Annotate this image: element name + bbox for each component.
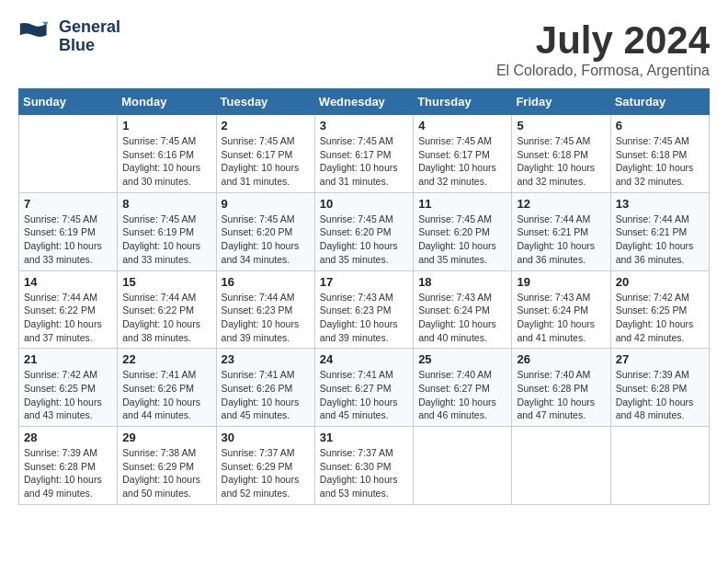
day-info: Sunrise: 7:45 AM Sunset: 6:19 PM Dayligh… (122, 213, 210, 267)
day-number: 6 (616, 119, 704, 132)
day-info: Sunrise: 7:40 AM Sunset: 6:28 PM Dayligh… (517, 368, 605, 422)
day-number: 31 (320, 431, 408, 444)
calendar-day-header-wednesday: Wednesday (314, 89, 413, 115)
page-header: General Blue July 2024 El Colorado, Form… (18, 18, 710, 79)
day-info: Sunrise: 7:43 AM Sunset: 6:24 PM Dayligh… (517, 291, 605, 345)
day-info: Sunrise: 7:39 AM Sunset: 6:28 PM Dayligh… (24, 446, 112, 500)
calendar-cell: 20Sunrise: 7:42 AM Sunset: 6:25 PM Dayli… (610, 270, 709, 349)
calendar-cell (512, 427, 610, 505)
day-info: Sunrise: 7:43 AM Sunset: 6:24 PM Dayligh… (418, 291, 506, 345)
day-number: 19 (517, 275, 605, 289)
calendar-cell: 10Sunrise: 7:45 AM Sunset: 6:20 PM Dayli… (314, 192, 413, 270)
day-info: Sunrise: 7:44 AM Sunset: 6:21 PM Dayligh… (517, 213, 605, 267)
day-info: Sunrise: 7:44 AM Sunset: 6:22 PM Dayligh… (122, 291, 210, 345)
calendar-day-header-saturday: Saturday (610, 89, 709, 115)
day-number: 18 (418, 275, 506, 289)
day-info: Sunrise: 7:42 AM Sunset: 6:25 PM Dayligh… (24, 368, 112, 422)
calendar-cell: 17Sunrise: 7:43 AM Sunset: 6:23 PM Dayli… (314, 270, 413, 349)
day-info: Sunrise: 7:45 AM Sunset: 6:20 PM Dayligh… (320, 213, 408, 267)
logo-text-blue: Blue (59, 37, 120, 55)
day-info: Sunrise: 7:37 AM Sunset: 6:30 PM Dayligh… (320, 446, 408, 500)
calendar-cell: 27Sunrise: 7:39 AM Sunset: 6:28 PM Dayli… (610, 349, 709, 427)
calendar-cell: 18Sunrise: 7:43 AM Sunset: 6:24 PM Dayli… (414, 270, 512, 349)
calendar-cell: 31Sunrise: 7:37 AM Sunset: 6:30 PM Dayli… (314, 427, 413, 505)
calendar-day-header-monday: Monday (118, 89, 216, 115)
calendar-week-row: 14Sunrise: 7:44 AM Sunset: 6:22 PM Dayli… (19, 270, 710, 349)
calendar-cell: 23Sunrise: 7:41 AM Sunset: 6:26 PM Dayli… (216, 349, 314, 427)
calendar-cell: 2Sunrise: 7:45 AM Sunset: 6:17 PM Daylig… (216, 115, 314, 193)
day-number: 3 (320, 119, 408, 132)
day-number: 7 (24, 197, 112, 211)
calendar-cell: 14Sunrise: 7:44 AM Sunset: 6:22 PM Dayli… (19, 270, 118, 349)
day-info: Sunrise: 7:45 AM Sunset: 6:18 PM Dayligh… (517, 134, 605, 189)
calendar-cell: 9Sunrise: 7:45 AM Sunset: 6:20 PM Daylig… (216, 192, 314, 270)
calendar-cell: 3Sunrise: 7:45 AM Sunset: 6:17 PM Daylig… (314, 115, 413, 193)
day-info: Sunrise: 7:44 AM Sunset: 6:23 PM Dayligh… (222, 291, 310, 345)
calendar-cell: 25Sunrise: 7:40 AM Sunset: 6:27 PM Dayli… (414, 349, 512, 427)
day-info: Sunrise: 7:45 AM Sunset: 6:17 PM Dayligh… (320, 134, 408, 189)
month-title: July 2024 (496, 18, 710, 63)
calendar-week-row: 28Sunrise: 7:39 AM Sunset: 6:28 PM Dayli… (19, 427, 710, 505)
day-info: Sunrise: 7:41 AM Sunset: 6:27 PM Dayligh… (320, 368, 408, 422)
day-info: Sunrise: 7:45 AM Sunset: 6:19 PM Dayligh… (24, 213, 112, 267)
calendar-cell: 13Sunrise: 7:44 AM Sunset: 6:21 PM Dayli… (610, 192, 709, 270)
day-number: 4 (418, 119, 506, 132)
day-number: 9 (222, 197, 310, 211)
day-info: Sunrise: 7:40 AM Sunset: 6:27 PM Dayligh… (418, 368, 506, 422)
calendar-cell: 12Sunrise: 7:44 AM Sunset: 6:21 PM Dayli… (512, 192, 610, 270)
day-number: 23 (222, 352, 310, 366)
day-info: Sunrise: 7:45 AM Sunset: 6:20 PM Dayligh… (222, 213, 310, 267)
day-info: Sunrise: 7:44 AM Sunset: 6:22 PM Dayligh… (24, 291, 112, 345)
calendar-cell (19, 115, 118, 193)
day-info: Sunrise: 7:38 AM Sunset: 6:29 PM Dayligh… (122, 446, 210, 500)
day-number: 29 (122, 431, 210, 444)
day-number: 5 (517, 119, 605, 132)
day-info: Sunrise: 7:41 AM Sunset: 6:26 PM Dayligh… (222, 368, 310, 422)
day-info: Sunrise: 7:37 AM Sunset: 6:29 PM Dayligh… (222, 446, 310, 500)
calendar-cell (610, 427, 709, 505)
day-info: Sunrise: 7:41 AM Sunset: 6:26 PM Dayligh… (122, 368, 210, 422)
day-info: Sunrise: 7:43 AM Sunset: 6:23 PM Dayligh… (320, 291, 408, 345)
day-number: 14 (24, 275, 112, 289)
day-number: 25 (418, 352, 506, 366)
day-number: 17 (320, 275, 408, 289)
logo-icon (18, 20, 51, 53)
calendar-cell: 1Sunrise: 7:45 AM Sunset: 6:16 PM Daylig… (118, 115, 216, 193)
day-number: 27 (616, 352, 704, 366)
calendar-header-row: SundayMondayTuesdayWednesdayThursdayFrid… (19, 89, 710, 115)
calendar-cell: 15Sunrise: 7:44 AM Sunset: 6:22 PM Dayli… (118, 270, 216, 349)
calendar-week-row: 21Sunrise: 7:42 AM Sunset: 6:25 PM Dayli… (19, 349, 710, 427)
calendar-day-header-friday: Friday (512, 89, 610, 115)
day-number: 20 (616, 275, 704, 289)
day-info: Sunrise: 7:45 AM Sunset: 6:17 PM Dayligh… (418, 134, 506, 189)
calendar-cell: 7Sunrise: 7:45 AM Sunset: 6:19 PM Daylig… (19, 192, 118, 270)
day-number: 22 (122, 352, 210, 366)
day-number: 10 (320, 197, 408, 211)
calendar-day-header-sunday: Sunday (19, 89, 118, 115)
logo: General Blue (18, 18, 120, 55)
logo-text-general: General (59, 18, 120, 37)
day-info: Sunrise: 7:42 AM Sunset: 6:25 PM Dayligh… (616, 291, 704, 345)
day-info: Sunrise: 7:39 AM Sunset: 6:28 PM Dayligh… (616, 368, 704, 422)
day-info: Sunrise: 7:45 AM Sunset: 6:16 PM Dayligh… (122, 134, 210, 189)
calendar-cell: 24Sunrise: 7:41 AM Sunset: 6:27 PM Dayli… (314, 349, 413, 427)
day-number: 16 (222, 275, 310, 289)
location-subtitle: El Colorado, Formosa, Argentina (496, 63, 710, 79)
calendar-cell: 22Sunrise: 7:41 AM Sunset: 6:26 PM Dayli… (118, 349, 216, 427)
day-number: 21 (24, 352, 112, 366)
day-number: 12 (517, 197, 605, 211)
calendar-day-header-thursday: Thursday (414, 89, 512, 115)
day-number: 30 (222, 431, 310, 444)
calendar-cell: 8Sunrise: 7:45 AM Sunset: 6:19 PM Daylig… (118, 192, 216, 270)
calendar-cell: 11Sunrise: 7:45 AM Sunset: 6:20 PM Dayli… (414, 192, 512, 270)
calendar-week-row: 7Sunrise: 7:45 AM Sunset: 6:19 PM Daylig… (19, 192, 710, 270)
day-number: 28 (24, 431, 112, 444)
day-number: 1 (122, 119, 210, 132)
calendar-cell (414, 427, 512, 505)
day-info: Sunrise: 7:45 AM Sunset: 6:20 PM Dayligh… (418, 213, 506, 267)
calendar-cell: 16Sunrise: 7:44 AM Sunset: 6:23 PM Dayli… (216, 270, 314, 349)
title-area: July 2024 El Colorado, Formosa, Argentin… (496, 18, 710, 79)
calendar-week-row: 1Sunrise: 7:45 AM Sunset: 6:16 PM Daylig… (19, 115, 710, 193)
day-info: Sunrise: 7:45 AM Sunset: 6:18 PM Dayligh… (616, 134, 704, 189)
day-number: 24 (320, 352, 408, 366)
